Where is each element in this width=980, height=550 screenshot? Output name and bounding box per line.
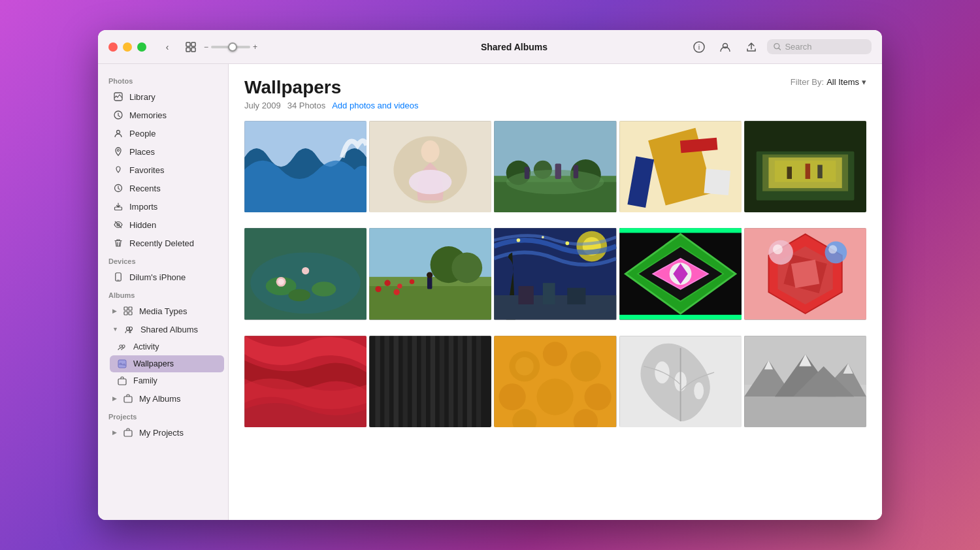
photo-nighthawks[interactable] bbox=[744, 121, 866, 212]
album-title: Wallpapers bbox=[244, 77, 866, 98]
sidebar-item-shared-albums[interactable]: ▼ Shared Albums bbox=[102, 320, 224, 338]
sidebar-item-favorites[interactable]: Favorites bbox=[102, 161, 224, 179]
search-box[interactable] bbox=[767, 39, 872, 54]
svg-rect-127 bbox=[440, 336, 444, 427]
svg-rect-123 bbox=[403, 336, 408, 427]
maximize-button[interactable] bbox=[137, 42, 146, 52]
photo-abstract-red[interactable] bbox=[744, 228, 866, 319]
svg-rect-61 bbox=[817, 165, 822, 178]
wallpapers-label: Wallpapers bbox=[133, 359, 174, 368]
media-types-icon bbox=[122, 305, 134, 317]
filter-bar[interactable]: Filter By: All Items ▾ bbox=[791, 77, 866, 87]
minimize-button[interactable] bbox=[123, 42, 132, 52]
photo-row-3 bbox=[244, 336, 866, 427]
sidebar-item-hidden[interactable]: Hidden bbox=[102, 216, 224, 234]
titlebar: ‹ − + Shared Albums bbox=[98, 30, 882, 64]
svg-point-82 bbox=[410, 280, 414, 284]
sidebar-item-my-projects[interactable]: ▶ My Projects bbox=[102, 423, 224, 442]
svg-rect-130 bbox=[467, 336, 472, 427]
library-label: Library bbox=[129, 92, 155, 102]
sidebar-item-activity[interactable]: Activity bbox=[110, 338, 224, 355]
zoom-slider[interactable] bbox=[211, 46, 250, 48]
sidebar-section-projects: Projects bbox=[98, 408, 228, 423]
back-button[interactable]: ‹ bbox=[157, 38, 178, 56]
svg-rect-124 bbox=[412, 336, 417, 427]
iphone-label: Dilum's iPhone bbox=[129, 272, 186, 282]
svg-point-81 bbox=[376, 286, 382, 292]
memories-label: Memories bbox=[129, 110, 167, 120]
photo-abstract-green[interactable] bbox=[619, 228, 742, 319]
share-button[interactable] bbox=[741, 38, 762, 56]
zoom-control[interactable]: − + bbox=[204, 42, 257, 52]
activity-icon bbox=[116, 341, 128, 353]
svg-rect-122 bbox=[394, 336, 399, 427]
svg-rect-29 bbox=[124, 430, 132, 436]
my-albums-expand: ▶ bbox=[112, 395, 117, 402]
zoom-plus[interactable]: + bbox=[253, 42, 257, 52]
svg-rect-45 bbox=[555, 164, 561, 179]
svg-point-90 bbox=[517, 238, 521, 242]
svg-rect-44 bbox=[525, 167, 529, 179]
titlebar-title: Shared Albums bbox=[481, 42, 547, 52]
family-icon bbox=[116, 375, 128, 387]
photo-red-silk[interactable] bbox=[244, 336, 367, 427]
person-button[interactable] bbox=[715, 38, 736, 56]
sidebar-item-wallpapers[interactable]: Wallpapers bbox=[110, 355, 224, 372]
photo-starry-night[interactable] bbox=[494, 228, 616, 319]
svg-rect-126 bbox=[431, 336, 435, 427]
svg-point-85 bbox=[427, 272, 433, 278]
search-input[interactable] bbox=[785, 42, 865, 52]
svg-point-24 bbox=[120, 345, 122, 348]
sidebar-item-recents[interactable]: Recents bbox=[102, 179, 224, 197]
photo-wave[interactable] bbox=[244, 121, 367, 212]
sidebar-item-library[interactable]: Library bbox=[102, 88, 224, 106]
row-gap-2 bbox=[244, 323, 866, 336]
sidebar-item-media-types[interactable]: ▶ Media Types bbox=[102, 302, 224, 320]
photo-yellow-texture[interactable] bbox=[494, 336, 616, 427]
zoom-minus[interactable]: − bbox=[204, 42, 208, 52]
svg-point-25 bbox=[122, 345, 125, 348]
photo-seurat[interactable] bbox=[494, 121, 616, 212]
sidebar-item-iphone[interactable]: Dilum's iPhone bbox=[102, 268, 224, 286]
iphone-icon bbox=[112, 271, 124, 283]
sidebar-item-family[interactable]: Family bbox=[110, 372, 224, 389]
add-photos-link[interactable]: Add photos and videos bbox=[332, 101, 418, 110]
svg-rect-28 bbox=[124, 396, 132, 402]
shared-albums-label: Shared Albums bbox=[140, 325, 198, 334]
sidebar-item-memories[interactable]: Memories bbox=[102, 106, 224, 124]
photo-waterlilies[interactable] bbox=[244, 228, 367, 319]
svg-point-35 bbox=[409, 170, 452, 194]
search-icon bbox=[774, 42, 781, 51]
photo-mountains[interactable] bbox=[744, 336, 866, 427]
sidebar-item-my-albums[interactable]: ▶ My Albums bbox=[102, 389, 224, 408]
filter-value: All Items bbox=[826, 77, 859, 87]
info-button[interactable]: i bbox=[689, 38, 710, 56]
svg-point-67 bbox=[312, 282, 336, 297]
photo-poppies[interactable] bbox=[369, 228, 491, 319]
photo-suprematism[interactable] bbox=[619, 121, 742, 212]
sidebar-item-recently-deleted[interactable]: Recently Deleted bbox=[102, 234, 224, 252]
photo-white-leaf[interactable] bbox=[619, 336, 742, 427]
svg-point-10 bbox=[117, 131, 120, 134]
main-window: ‹ − + Shared Albums bbox=[98, 30, 882, 520]
layout-button[interactable] bbox=[180, 38, 201, 56]
shared-albums-icon bbox=[123, 323, 135, 335]
photo-dark-stripes[interactable] bbox=[369, 336, 491, 427]
svg-rect-121 bbox=[385, 336, 389, 427]
my-albums-icon bbox=[122, 393, 134, 404]
hidden-icon bbox=[112, 219, 124, 231]
people-icon bbox=[112, 127, 124, 139]
svg-rect-59 bbox=[787, 167, 791, 179]
sidebar-item-imports[interactable]: Imports bbox=[102, 197, 224, 216]
titlebar-right: i bbox=[689, 38, 872, 56]
sidebar-item-places[interactable]: Places bbox=[102, 142, 224, 161]
photo-dancer[interactable] bbox=[369, 121, 491, 212]
my-albums-label: My Albums bbox=[139, 394, 181, 404]
svg-rect-129 bbox=[458, 336, 463, 427]
svg-point-92 bbox=[566, 242, 570, 246]
row-gap-1 bbox=[244, 215, 866, 228]
svg-rect-94 bbox=[519, 286, 534, 304]
sidebar-item-people[interactable]: People bbox=[102, 124, 224, 142]
svg-point-114 bbox=[825, 242, 847, 264]
close-button[interactable] bbox=[108, 42, 118, 52]
